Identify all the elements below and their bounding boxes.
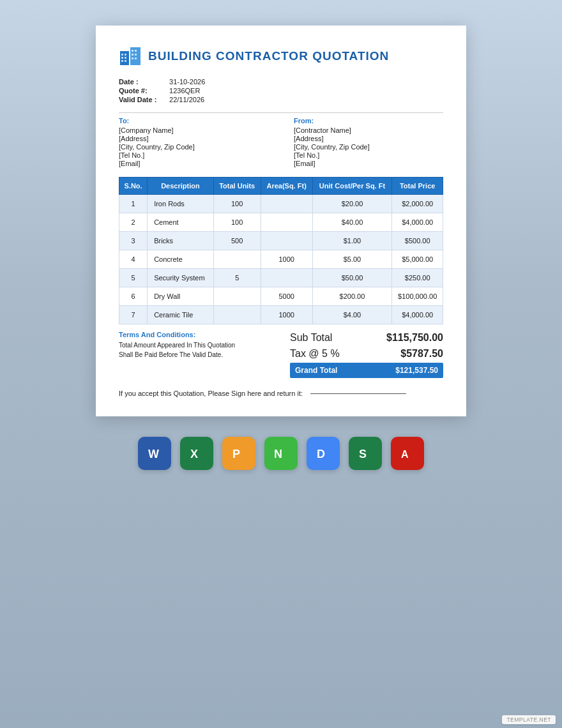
svg-text:X: X — [190, 448, 198, 460]
cell-total: $250.00 — [392, 269, 443, 287]
grand-total-label: Grand Total — [295, 366, 337, 375]
cell-units: 500 — [213, 232, 261, 250]
svg-rect-11 — [135, 54, 137, 56]
from-label: From: — [294, 117, 443, 125]
terms-text: Total Amount Appeared In This QuotationS… — [119, 340, 290, 360]
meta-quote: Quote #: 1236QER — [119, 87, 443, 95]
cell-sno: 6 — [119, 287, 148, 306]
cell-sno: 1 — [119, 195, 148, 213]
document-title: BUILDING CONTRACTOR QUOTATION — [148, 49, 389, 63]
svg-rect-4 — [121, 57, 123, 59]
document-header: BUILDING CONTRACTOR QUOTATION — [119, 45, 443, 68]
quotation-table: S.No. Description Total Units Area(Sq. F… — [119, 177, 443, 324]
col-description: Description — [148, 178, 214, 195]
terms-title: Terms And Conditions: — [119, 331, 290, 338]
cell-units — [213, 250, 261, 269]
cell-units — [213, 287, 261, 306]
cell-area: 1000 — [261, 250, 312, 269]
excel-icon[interactable]: X — [180, 437, 213, 470]
from-city: [City, Country, Zip Code] — [294, 143, 443, 151]
cell-unit-cost: $40.00 — [312, 213, 392, 232]
svg-rect-13 — [135, 57, 137, 59]
svg-rect-2 — [121, 54, 123, 56]
numbers-icon[interactable]: N — [264, 437, 298, 470]
col-units: Total Units — [213, 178, 261, 195]
to-company: [Company Name] — [119, 126, 268, 134]
grand-total-row: Grand Total $121,537.50 — [290, 363, 443, 378]
cell-unit-cost: $5.00 — [312, 250, 392, 269]
date-value: 31-10-2026 — [169, 78, 205, 86]
meta-valid: Valid Date : 22/11/2026 — [119, 96, 443, 103]
word-icon[interactable]: W — [138, 437, 171, 470]
separator — [119, 112, 443, 113]
signature-text: If you accept this Quotation, Please Sig… — [119, 390, 303, 397]
cell-desc: Bricks — [148, 232, 214, 250]
cell-area — [261, 195, 312, 213]
to-city: [City, Country, Zip Code] — [119, 143, 268, 151]
google-sheets-icon[interactable]: S — [349, 437, 382, 470]
cell-area — [261, 213, 312, 232]
svg-text:A: A — [401, 449, 409, 460]
svg-rect-3 — [125, 54, 126, 56]
pages-icon[interactable]: P — [222, 437, 255, 470]
watermark: TEMPLATE.NET — [502, 715, 556, 724]
signature-line — [310, 393, 406, 394]
to-email: [Email] — [119, 160, 268, 167]
svg-rect-10 — [132, 54, 133, 56]
cell-sno: 3 — [119, 232, 148, 250]
table-row: 5 Security System 5 $50.00 $250.00 — [119, 269, 443, 287]
tax-label: Tax @ 5 % — [290, 348, 351, 360]
svg-rect-12 — [132, 57, 133, 59]
cell-desc: Security System — [148, 269, 214, 287]
to-tel: [Tel No.] — [119, 151, 268, 159]
cell-sno: 2 — [119, 213, 148, 232]
col-unit-cost: Unit Cost/Per Sq. Ft — [312, 178, 392, 195]
cell-unit-cost: $50.00 — [312, 269, 392, 287]
cell-desc: Concrete — [148, 250, 214, 269]
cell-units: 100 — [213, 195, 261, 213]
cell-area — [261, 232, 312, 250]
cell-total: $5,000.00 — [392, 250, 443, 269]
app-icons-bar: W X P N D S A — [138, 437, 424, 470]
cell-units — [213, 306, 261, 324]
cell-desc: Iron Rods — [148, 195, 214, 213]
table-row: 6 Dry Wall 5000 $200.00 $100,000.00 — [119, 287, 443, 306]
col-sno: S.No. — [119, 178, 148, 195]
from-email: [Email] — [294, 160, 443, 167]
svg-rect-6 — [121, 60, 123, 62]
svg-text:W: W — [148, 448, 159, 460]
meta-date: Date : 31-10-2026 — [119, 78, 443, 86]
cell-desc: Cement — [148, 213, 214, 232]
valid-label: Valid Date : — [119, 96, 167, 103]
svg-text:S: S — [359, 448, 367, 460]
svg-text:D: D — [317, 448, 325, 460]
building-icon — [119, 45, 142, 68]
signature-section: If you accept this Quotation, Please Sig… — [119, 390, 443, 397]
cell-units: 100 — [213, 213, 261, 232]
tax-value: $5787.50 — [392, 348, 443, 360]
svg-rect-9 — [135, 50, 137, 52]
pdf-icon[interactable]: A — [391, 437, 424, 470]
terms-and-totals: Terms And Conditions: Total Amount Appea… — [119, 331, 443, 378]
from-tel: [Tel No.] — [294, 151, 443, 159]
cell-area — [261, 269, 312, 287]
quote-value: 1236QER — [169, 87, 200, 95]
svg-rect-8 — [132, 50, 133, 52]
quote-label: Quote #: — [119, 87, 167, 95]
table-row: 4 Concrete 1000 $5.00 $5,000.00 — [119, 250, 443, 269]
subtotal-label: Sub Total — [290, 332, 344, 344]
cell-unit-cost: $4.00 — [312, 306, 392, 324]
from-contractor: [Contractor Name] — [294, 126, 443, 134]
col-total-price: Total Price — [392, 178, 443, 195]
cell-units: 5 — [213, 269, 261, 287]
from-address-line: [Address] — [294, 135, 443, 142]
table-row: 2 Cement 100 $40.00 $4,000.00 — [119, 213, 443, 232]
subtotal-row: Sub Total $115,750.00 — [290, 331, 443, 345]
cell-area: 1000 — [261, 306, 312, 324]
google-docs-icon[interactable]: D — [307, 437, 340, 470]
tax-row: Tax @ 5 % $5787.50 — [290, 347, 443, 361]
svg-rect-7 — [125, 60, 126, 62]
date-label: Date : — [119, 78, 167, 86]
to-label: To: — [119, 117, 268, 125]
totals-section: Sub Total $115,750.00 Tax @ 5 % $5787.50… — [290, 331, 443, 378]
